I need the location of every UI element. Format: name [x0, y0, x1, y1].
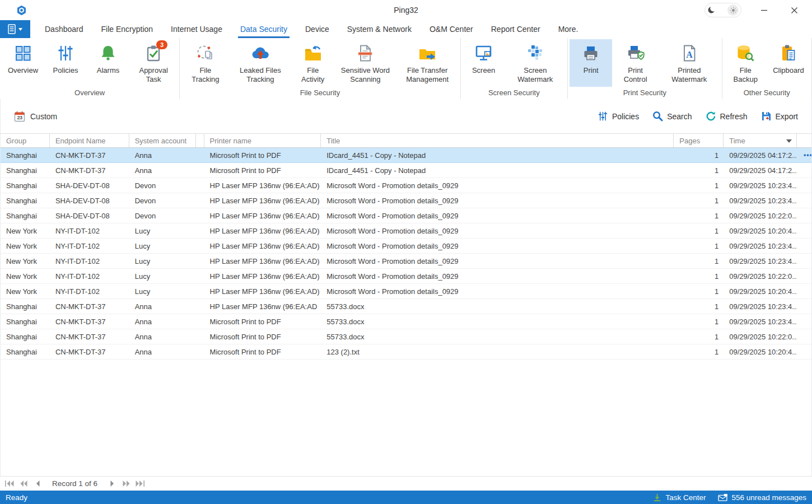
table-row[interactable]: ShanghaiSHA-DEV-DT-08DevonHP Laser MFP 1… — [1, 208, 811, 223]
ribbon-item-file-tracking[interactable]: File Tracking — [181, 39, 229, 87]
cell-group: Shanghai — [1, 193, 50, 208]
ribbon-item-approval-task[interactable]: 3Approval Task — [129, 39, 178, 87]
ribbon-item-sensitive-word-scanning[interactable]: Sensitive Word Scanning — [334, 39, 396, 87]
column-header-system-account[interactable]: System account — [129, 134, 196, 147]
column-header-endpoint-name[interactable]: Endpoint Name — [50, 134, 129, 147]
minimize-button[interactable] — [756, 3, 772, 17]
cell-spacer — [797, 208, 811, 223]
cell-title: Microsoft Word - Promotion details_0929 — [321, 223, 674, 238]
cell-system-account: Lucy — [129, 239, 196, 253]
pagination-next-button[interactable] — [107, 479, 117, 488]
ribbon-item-screen[interactable]: Screen — [463, 39, 505, 87]
sun-toggle — [727, 4, 739, 16]
refresh-button[interactable]: Refresh — [706, 111, 748, 122]
column-header-group[interactable]: Group — [1, 134, 50, 147]
ribbon-group-label: Other Security — [724, 87, 810, 100]
table-row[interactable]: New YorkNY-IT-DT-102LucyHP Laser MFP 136… — [1, 239, 811, 254]
cell-printer-name: Microsoft Print to PDF — [204, 163, 321, 178]
cell-printer-name: Microsoft Print to PDF — [204, 344, 321, 359]
export-button[interactable]: Export — [761, 111, 798, 122]
search-button[interactable]: Search — [652, 111, 692, 122]
ribbon-item-print[interactable]: Print — [570, 39, 612, 87]
row-actions-ellipsis[interactable]: ••• — [804, 151, 811, 159]
ribbon-item-policies[interactable]: Policies — [44, 39, 87, 87]
pagination-last-button[interactable] — [135, 479, 145, 488]
ribbon-item-label: Clipboard — [773, 66, 804, 75]
custom-date-filter-button[interactable]: 23 Custom — [14, 111, 57, 122]
ribbon-item-file-backup[interactable]: File Backup — [724, 39, 767, 87]
pagination-prev-button[interactable] — [32, 479, 43, 488]
table-row[interactable]: ShanghaiCN-MKT-DT-37AnnaMicrosoft Print … — [1, 344, 811, 360]
table-row[interactable]: New YorkNY-IT-DT-102LucyHP Laser MFP 136… — [1, 223, 811, 239]
table-row[interactable]: New YorkNY-IT-DT-102LucyHP Laser MFP 136… — [1, 269, 811, 284]
table-row[interactable]: New YorkNY-IT-DT-102LucyHP Laser MFP 136… — [1, 254, 811, 269]
unread-messages-button[interactable]: 556 unread messages — [718, 493, 806, 502]
cell-spacer — [196, 299, 204, 314]
cell-printer-name: HP Laser MFP 136nw (96:EA:AD — [204, 299, 321, 314]
ribbon-item-label: Policies — [53, 66, 78, 75]
cell-time: 09/29/2025 10:22:0... — [724, 329, 797, 344]
tab-more[interactable]: More. — [549, 20, 587, 38]
tab-device[interactable]: Device — [296, 20, 338, 38]
table-row[interactable]: ShanghaiCN-MKT-DT-37AnnaMicrosoft Print … — [1, 163, 811, 178]
table-row[interactable]: ShanghaiCN-MKT-DT-37AnnaHP Laser MFP 136… — [1, 299, 811, 314]
cell-time: 09/29/2025 10:23:4... — [724, 299, 797, 314]
column-header-printer-name[interactable]: Printer name — [204, 134, 321, 147]
ribbon-item-printed-watermark[interactable]: APrinted Watermark — [659, 39, 720, 87]
theme-toggle[interactable] — [704, 3, 741, 17]
ribbon-item-clipboard[interactable]: Clipboard — [767, 39, 810, 87]
cell-spacer — [797, 193, 811, 208]
ribbon-item-print-control[interactable]: Print Control — [612, 39, 659, 87]
ribbon-icon-wrap — [251, 43, 270, 63]
sort-caret-icon[interactable] — [786, 139, 792, 143]
table-row[interactable]: ShanghaiCN-MKT-DT-37AnnaMicrosoft Print … — [1, 329, 811, 344]
cell-system-account: Anna — [129, 329, 196, 344]
table-header: GroupEndpoint NameSystem accountPrinter … — [1, 133, 811, 148]
ribbon-icon-wrap — [197, 43, 214, 63]
app-menu-button[interactable] — [0, 20, 30, 38]
cell-group: Shanghai — [1, 314, 50, 329]
pagination-fast-prev-button[interactable] — [18, 479, 29, 488]
cell-pages: 1 — [674, 178, 724, 193]
ribbon-icon-wrap — [582, 43, 600, 63]
task-center-label: Task Center — [665, 493, 706, 502]
table-row[interactable]: ShanghaiCN-MKT-DT-37AnnaMicrosoft Print … — [1, 314, 811, 329]
cell-printer-name: HP Laser MFP 136nw (96:EA:AD) — [204, 223, 321, 238]
cell-time: 09/29/2025 04:17:2... — [724, 148, 797, 162]
task-center-button[interactable]: Task Center — [653, 493, 706, 502]
table-row[interactable]: ShanghaiCN-MKT-DT-37AnnaMicrosoft Print … — [1, 148, 811, 163]
cell-system-account: Anna — [129, 299, 196, 314]
cell-group: New York — [1, 223, 50, 238]
tab-data-security[interactable]: Data Security — [231, 20, 296, 38]
tab-o-m-center[interactable]: O&M Center — [421, 20, 482, 38]
cell-title: Microsoft Word - Promotion details_0929 — [321, 193, 674, 208]
pagination-fast-next-button[interactable] — [121, 479, 131, 488]
column-header-label: Group — [6, 137, 26, 145]
calendar-day-label: 23 — [14, 115, 25, 120]
pagination-label: Record 1 of 6 — [52, 479, 97, 488]
policies-button[interactable]: Policies — [598, 111, 639, 122]
tab-dashboard[interactable]: Dashboard — [36, 20, 92, 38]
ribbon-item-alarms[interactable]: Alarms — [87, 39, 129, 87]
ribbon-item-screen-watermark[interactable]: Screen Watermark — [505, 39, 566, 87]
tab-file-encryption[interactable]: File Encryption — [92, 20, 162, 38]
ribbon-icon-wrap — [780, 43, 797, 63]
table-row[interactable]: ShanghaiSHA-DEV-DT-08DevonHP Laser MFP 1… — [1, 193, 811, 208]
pagination-first-button[interactable] — [4, 479, 15, 488]
ribbon-item-leaked-files-tracking[interactable]: Leaked Files Tracking — [230, 39, 292, 87]
close-button[interactable] — [786, 3, 802, 17]
tab-system-network[interactable]: System & Network — [338, 20, 421, 38]
column-header-pages[interactable]: Pages — [674, 134, 724, 147]
table-row[interactable]: ShanghaiSHA-DEV-DT-08DevonHP Laser MFP 1… — [1, 178, 811, 193]
cell-group: Shanghai — [1, 178, 50, 193]
column-header-time[interactable]: Time — [724, 134, 797, 147]
cell-spacer — [196, 314, 204, 329]
ribbon-item-file-activity[interactable]: File Activity — [291, 39, 334, 87]
tab-internet-usage[interactable]: Internet Usage — [162, 20, 231, 38]
ribbon-item-overview[interactable]: Overview — [2, 39, 44, 87]
ribbon-item-file-transfer-management[interactable]: File Transfer Management — [396, 39, 459, 87]
tab-report-center[interactable]: Report Center — [482, 20, 549, 38]
calendar-icon: 23 — [14, 111, 25, 122]
table-row[interactable]: New YorkNY-IT-DT-102LucyHP Laser MFP 136… — [1, 284, 811, 299]
column-header-title[interactable]: Title — [321, 134, 674, 147]
